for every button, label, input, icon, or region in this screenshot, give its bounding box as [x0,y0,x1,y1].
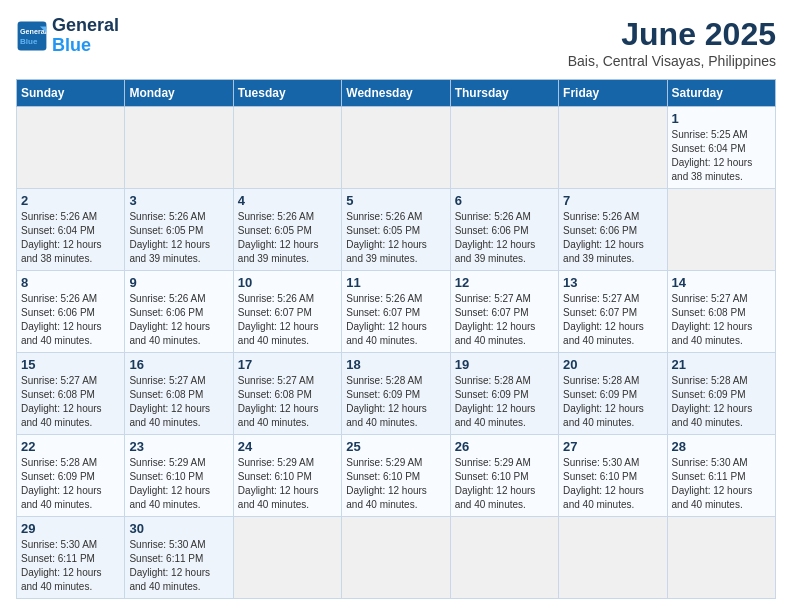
day-info: Sunrise: 5:25 AM Sunset: 6:04 PM Dayligh… [672,128,771,184]
day-number: 16 [129,357,228,372]
calendar-cell: 12Sunrise: 5:27 AM Sunset: 6:07 PM Dayli… [450,271,558,353]
day-info: Sunrise: 5:27 AM Sunset: 6:08 PM Dayligh… [238,374,337,430]
calendar-cell: 14Sunrise: 5:27 AM Sunset: 6:08 PM Dayli… [667,271,775,353]
calendar-cell: 6Sunrise: 5:26 AM Sunset: 6:06 PM Daylig… [450,189,558,271]
day-info: Sunrise: 5:26 AM Sunset: 6:06 PM Dayligh… [21,292,120,348]
calendar-cell: 5Sunrise: 5:26 AM Sunset: 6:05 PM Daylig… [342,189,450,271]
day-header-monday: Monday [125,80,233,107]
day-info: Sunrise: 5:27 AM Sunset: 6:08 PM Dayligh… [672,292,771,348]
day-number: 6 [455,193,554,208]
day-header-tuesday: Tuesday [233,80,341,107]
day-info: Sunrise: 5:30 AM Sunset: 6:10 PM Dayligh… [563,456,662,512]
calendar-cell: 9Sunrise: 5:26 AM Sunset: 6:06 PM Daylig… [125,271,233,353]
calendar-cell [233,107,341,189]
day-info: Sunrise: 5:26 AM Sunset: 6:06 PM Dayligh… [563,210,662,266]
day-number: 30 [129,521,228,536]
calendar-cell: 7Sunrise: 5:26 AM Sunset: 6:06 PM Daylig… [559,189,667,271]
day-number: 11 [346,275,445,290]
calendar-cell [667,517,775,599]
day-info: Sunrise: 5:28 AM Sunset: 6:09 PM Dayligh… [672,374,771,430]
calendar-cell [450,517,558,599]
calendar-cell: 27Sunrise: 5:30 AM Sunset: 6:10 PM Dayli… [559,435,667,517]
day-header-thursday: Thursday [450,80,558,107]
day-info: Sunrise: 5:29 AM Sunset: 6:10 PM Dayligh… [129,456,228,512]
calendar-cell: 20Sunrise: 5:28 AM Sunset: 6:09 PM Dayli… [559,353,667,435]
calendar-cell [667,189,775,271]
week-row-1: 1Sunrise: 5:25 AM Sunset: 6:04 PM Daylig… [17,107,776,189]
day-number: 22 [21,439,120,454]
calendar-cell [17,107,125,189]
calendar-cell [125,107,233,189]
day-info: Sunrise: 5:30 AM Sunset: 6:11 PM Dayligh… [672,456,771,512]
week-row-5: 22Sunrise: 5:28 AM Sunset: 6:09 PM Dayli… [17,435,776,517]
day-info: Sunrise: 5:28 AM Sunset: 6:09 PM Dayligh… [346,374,445,430]
day-info: Sunrise: 5:26 AM Sunset: 6:06 PM Dayligh… [129,292,228,348]
calendar-table: SundayMondayTuesdayWednesdayThursdayFrid… [16,79,776,599]
day-number: 18 [346,357,445,372]
day-info: Sunrise: 5:27 AM Sunset: 6:07 PM Dayligh… [455,292,554,348]
day-info: Sunrise: 5:29 AM Sunset: 6:10 PM Dayligh… [346,456,445,512]
day-info: Sunrise: 5:26 AM Sunset: 6:07 PM Dayligh… [238,292,337,348]
day-number: 21 [672,357,771,372]
calendar-cell: 15Sunrise: 5:27 AM Sunset: 6:08 PM Dayli… [17,353,125,435]
day-info: Sunrise: 5:26 AM Sunset: 6:05 PM Dayligh… [238,210,337,266]
day-header-sunday: Sunday [17,80,125,107]
day-number: 1 [672,111,771,126]
day-number: 3 [129,193,228,208]
day-number: 24 [238,439,337,454]
day-info: Sunrise: 5:28 AM Sunset: 6:09 PM Dayligh… [21,456,120,512]
day-number: 17 [238,357,337,372]
day-info: Sunrise: 5:26 AM Sunset: 6:07 PM Dayligh… [346,292,445,348]
header: General Blue General Blue June 2025 Bais… [16,16,776,69]
calendar-cell: 26Sunrise: 5:29 AM Sunset: 6:10 PM Dayli… [450,435,558,517]
calendar-cell [559,517,667,599]
day-number: 10 [238,275,337,290]
calendar-cell: 13Sunrise: 5:27 AM Sunset: 6:07 PM Dayli… [559,271,667,353]
day-number: 13 [563,275,662,290]
day-number: 28 [672,439,771,454]
day-info: Sunrise: 5:28 AM Sunset: 6:09 PM Dayligh… [455,374,554,430]
day-number: 9 [129,275,228,290]
day-number: 29 [21,521,120,536]
calendar-cell: 24Sunrise: 5:29 AM Sunset: 6:10 PM Dayli… [233,435,341,517]
day-number: 25 [346,439,445,454]
week-row-2: 2Sunrise: 5:26 AM Sunset: 6:04 PM Daylig… [17,189,776,271]
day-info: Sunrise: 5:30 AM Sunset: 6:11 PM Dayligh… [129,538,228,594]
week-row-4: 15Sunrise: 5:27 AM Sunset: 6:08 PM Dayli… [17,353,776,435]
week-row-6: 29Sunrise: 5:30 AM Sunset: 6:11 PM Dayli… [17,517,776,599]
calendar-cell: 30Sunrise: 5:30 AM Sunset: 6:11 PM Dayli… [125,517,233,599]
calendar-cell [233,517,341,599]
calendar-cell: 23Sunrise: 5:29 AM Sunset: 6:10 PM Dayli… [125,435,233,517]
day-number: 4 [238,193,337,208]
calendar-cell: 10Sunrise: 5:26 AM Sunset: 6:07 PM Dayli… [233,271,341,353]
day-info: Sunrise: 5:26 AM Sunset: 6:05 PM Dayligh… [346,210,445,266]
day-number: 26 [455,439,554,454]
svg-text:Blue: Blue [20,37,38,46]
day-info: Sunrise: 5:29 AM Sunset: 6:10 PM Dayligh… [238,456,337,512]
header-row: SundayMondayTuesdayWednesdayThursdayFrid… [17,80,776,107]
day-info: Sunrise: 5:26 AM Sunset: 6:04 PM Dayligh… [21,210,120,266]
day-info: Sunrise: 5:26 AM Sunset: 6:06 PM Dayligh… [455,210,554,266]
calendar-cell [342,517,450,599]
day-info: Sunrise: 5:27 AM Sunset: 6:08 PM Dayligh… [21,374,120,430]
title-area: June 2025 Bais, Central Visayas, Philipp… [568,16,776,69]
calendar-cell: 29Sunrise: 5:30 AM Sunset: 6:11 PM Dayli… [17,517,125,599]
calendar-cell: 22Sunrise: 5:28 AM Sunset: 6:09 PM Dayli… [17,435,125,517]
main-title: June 2025 [568,16,776,53]
calendar-cell: 2Sunrise: 5:26 AM Sunset: 6:04 PM Daylig… [17,189,125,271]
day-header-friday: Friday [559,80,667,107]
calendar-cell: 21Sunrise: 5:28 AM Sunset: 6:09 PM Dayli… [667,353,775,435]
calendar-cell: 25Sunrise: 5:29 AM Sunset: 6:10 PM Dayli… [342,435,450,517]
day-header-wednesday: Wednesday [342,80,450,107]
calendar-cell [559,107,667,189]
calendar-cell [450,107,558,189]
calendar-cell: 8Sunrise: 5:26 AM Sunset: 6:06 PM Daylig… [17,271,125,353]
logo-line1: General [52,16,119,36]
day-number: 19 [455,357,554,372]
day-info: Sunrise: 5:26 AM Sunset: 6:05 PM Dayligh… [129,210,228,266]
day-number: 12 [455,275,554,290]
logo-text: General Blue [52,16,119,56]
day-number: 20 [563,357,662,372]
day-info: Sunrise: 5:28 AM Sunset: 6:09 PM Dayligh… [563,374,662,430]
subtitle: Bais, Central Visayas, Philippines [568,53,776,69]
